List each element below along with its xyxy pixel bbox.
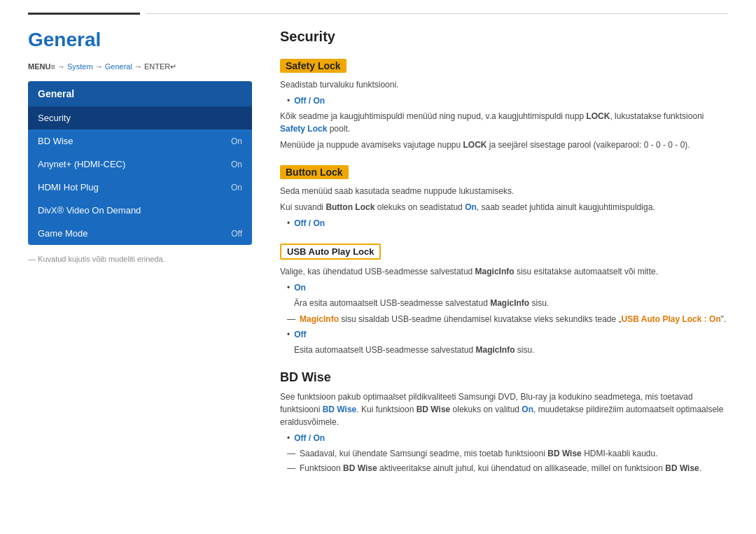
top-line-left [28, 13, 140, 15]
top-line-right [147, 13, 728, 14]
usb-autoplay-off-label: Off [294, 328, 306, 341]
button-lock-block: Button Lock Seda menüüd saab kasutada se… [280, 165, 728, 230]
nav-item-anynet-label: Anynet+ (HDMI-CEC) [38, 159, 125, 169]
page-title: General [28, 29, 252, 51]
nav-item-anynet[interactable]: Anynet+ (HDMI-CEC) On [28, 153, 252, 176]
footnote: — Kuvatud kujutis võib mudeliti erineda. [28, 255, 252, 263]
bd-wise-offon: Off / On [294, 432, 325, 444]
usb-autoplay-block: USB Auto Play Lock Valige, kas ühendatud… [280, 244, 728, 356]
button-lock-desc2: Kui suvandi Button Lock olekuks on seadi… [280, 201, 728, 213]
bd-wise-note1: Saadaval, kui ühendate Samsungi seadme, … [287, 447, 728, 460]
nav-item-divx-label: DivX® Video On Demand [38, 205, 141, 216]
safety-lock-title: Safety Lock [280, 59, 346, 73]
nav-panel: General Security BD Wise On Anynet+ (HDM… [28, 81, 252, 245]
bd-wise-note2: Funktsioon BD Wise aktiveeritakse ainult… [287, 462, 728, 475]
bd-wise-desc1: See funktsioon pakub optimaalset pildikv… [280, 391, 728, 428]
safety-lock-desc1: Seadistab turvaluku funktsiooni. [280, 78, 728, 91]
top-bar [0, 0, 756, 15]
safety-lock-offon: Off / On [294, 94, 325, 107]
nav-item-divx[interactable]: DivX® Video On Demand [28, 199, 252, 222]
bd-wise-title: BD Wise [280, 370, 728, 385]
nav-panel-title: General [28, 81, 252, 106]
nav-item-game-mode-label: Game Mode [38, 228, 88, 239]
bd-wise-bullet1: Off / On [287, 432, 728, 444]
nav-item-bdwise[interactable]: BD Wise On [28, 129, 252, 153]
usb-autoplay-off-desc: Esita automaatselt USB-seadmesse salvest… [294, 344, 728, 356]
nav-item-bdwise-label: BD Wise [38, 136, 74, 146]
button-lock-desc1: Seda menüüd saab kasutada seadme nuppude… [280, 185, 728, 197]
usb-autoplay-note-on: MagicInfo sisu sisaldab USB-seadme ühend… [287, 313, 728, 325]
nav-item-game-mode-value: Off [231, 229, 242, 239]
button-lock-title: Button Lock [280, 165, 349, 179]
button-lock-bullet1: Off / On [287, 217, 728, 230]
right-panel: Security Safety Lock Seadistab turvaluku… [280, 29, 728, 489]
safety-lock-desc2: Kõik seadme ja kaugjuhtimispuldi menüüd … [280, 110, 728, 135]
nav-item-hdmi-label: HDMI Hot Plug [38, 182, 99, 192]
usb-autoplay-on-desc: Ära esita automaatselt USB-seadmesse sal… [294, 297, 728, 309]
nav-item-game-mode[interactable]: Game Mode Off [28, 222, 252, 245]
usb-autoplay-on-bullet: On [287, 281, 728, 294]
nav-item-security[interactable]: Security [28, 106, 252, 129]
menu-path: MENU≡ → System → General → ENTER↵ [28, 62, 252, 71]
nav-item-security-label: Security [38, 113, 71, 123]
nav-item-anynet-value: On [231, 160, 242, 169]
button-lock-offon: Off / On [294, 217, 325, 230]
left-panel: General MENU≡ → System → General → ENTER… [28, 29, 252, 489]
usb-autoplay-title: USB Auto Play Lock [280, 244, 381, 260]
bd-wise-block: BD Wise See funktsioon pakub optimaalset… [280, 370, 728, 475]
safety-lock-bullet1: Off / On [287, 94, 728, 107]
nav-item-hdmi-hot-plug[interactable]: HDMI Hot Plug On [28, 176, 252, 199]
nav-item-bdwise-value: On [231, 136, 242, 146]
safety-lock-desc3: Menüüde ja nuppude avamiseks vajutage nu… [280, 139, 728, 151]
section-title: Security [280, 29, 728, 48]
usb-autoplay-off-bullet: Off [287, 328, 728, 341]
nav-item-hdmi-value: On [231, 183, 242, 192]
main-content: General MENU≡ → System → General → ENTER… [0, 22, 756, 503]
safety-lock-block: Safety Lock Seadistab turvaluku funktsio… [280, 59, 728, 151]
usb-autoplay-desc1: Valige, kas ühendatud USB-seadmesse salv… [280, 265, 728, 278]
usb-autoplay-on-label: On [294, 281, 306, 294]
